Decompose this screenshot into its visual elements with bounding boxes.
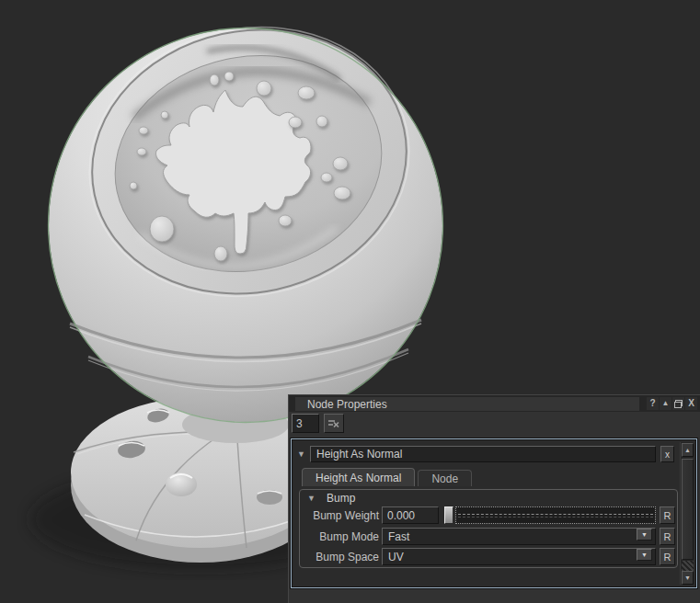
panel-titlebar[interactable]: Node Properties ? ▲ X (289, 395, 700, 412)
panel-title: Node Properties (295, 397, 639, 411)
close-icon[interactable]: X (685, 397, 697, 410)
tab-height-as-normal[interactable]: Height As Normal (302, 468, 415, 486)
bump-groupbox: ▼ Bump Bump Weight 0.000 R Bump Mode Fas… (299, 489, 678, 568)
panel-content: ▼ Height As Normal x Height As Normal No… (291, 438, 697, 588)
scrollbar-thumb[interactable] (682, 459, 694, 560)
bump-section-title: Bump (327, 492, 355, 505)
scroll-up-icon[interactable]: ▲ (682, 443, 694, 457)
tab-node[interactable]: Node (418, 470, 472, 486)
clear-list-button[interactable] (324, 414, 344, 433)
panel-content-inner: ▼ Height As Normal x Height As Normal No… (293, 441, 694, 586)
bump-weight-reset-button[interactable]: R (660, 506, 675, 524)
bump-mode-dropdown-arrow-icon[interactable]: ▼ (637, 529, 652, 540)
node-count-field[interactable]: 3 (292, 414, 319, 433)
slider-handle[interactable] (444, 506, 453, 524)
bump-section-header[interactable]: ▼ Bump (307, 492, 355, 505)
bump-space-reset-button[interactable]: R (660, 548, 675, 565)
bump-space-dropdown[interactable]: UV (382, 548, 656, 565)
titlebar-icons: ? ▲ X (647, 397, 697, 410)
bump-space-label: Bump Space (302, 547, 379, 566)
node-close-button[interactable]: x (660, 446, 674, 462)
bump-space-row: Bump Space UV ▼ R (302, 547, 675, 566)
bump-mode-dropdown[interactable]: Fast (382, 528, 656, 545)
bump-mode-row: Bump Mode Fast ▼ R (302, 527, 675, 546)
node-header-row: ▼ Height As Normal x (297, 445, 674, 463)
scrollbar-trough-hatch[interactable] (682, 561, 694, 571)
bump-weight-slider[interactable] (444, 506, 656, 524)
restore-glyph (674, 400, 683, 408)
scrollbar[interactable]: ▲ ▼ (680, 442, 694, 585)
restore-icon[interactable] (672, 397, 684, 410)
node-name-field[interactable]: Height As Normal (310, 446, 656, 462)
node-disclosure-icon[interactable]: ▼ (297, 450, 310, 459)
bump-mode-label: Bump Mode (302, 527, 379, 546)
clear-list-icon (328, 419, 339, 427)
bump-mode-reset-button[interactable]: R (660, 528, 675, 545)
tab-bar: Height As Normal Node (302, 468, 472, 486)
bump-weight-label: Bump Weight (302, 506, 379, 525)
node-properties-panel: Node Properties ? ▲ X 3 ▼ Height As Norm… (288, 394, 700, 603)
bump-weight-row: Bump Weight 0.000 R (302, 506, 675, 525)
app-root: { "scene": { "background_color": "#2a2a2… (0, 0, 700, 603)
bump-disclosure-icon: ▼ (307, 495, 320, 503)
slider-track[interactable] (455, 506, 656, 524)
bump-space-dropdown-arrow-icon[interactable]: ▼ (637, 549, 652, 561)
scroll-down-icon[interactable]: ▼ (682, 571, 694, 585)
bump-weight-field[interactable]: 0.000 (382, 506, 439, 524)
collapse-icon[interactable]: ▲ (660, 397, 671, 410)
help-icon[interactable]: ? (647, 397, 659, 410)
